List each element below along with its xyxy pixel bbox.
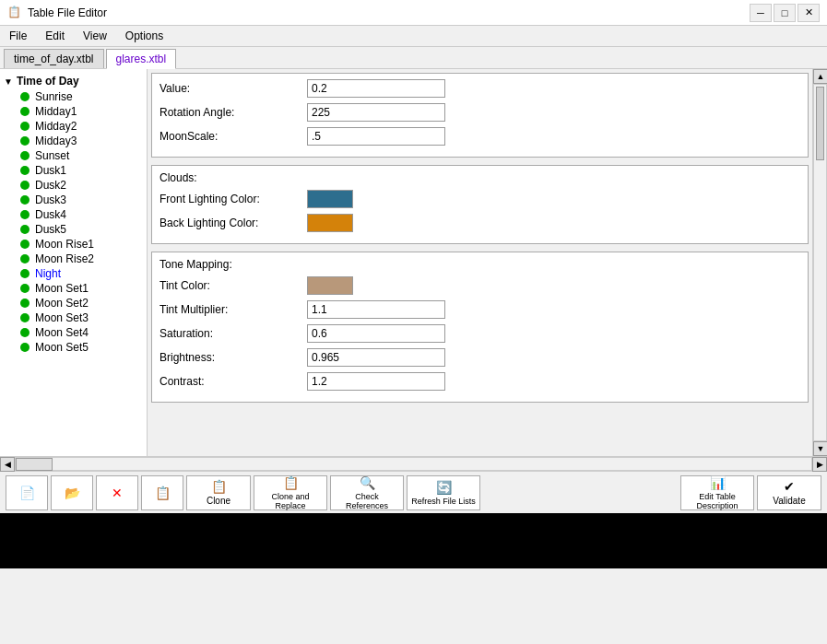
front-lighting-color[interactable] xyxy=(307,190,353,208)
scroll-up-button[interactable]: ▲ xyxy=(813,69,827,84)
menu-bar: File Edit View Options xyxy=(0,26,827,47)
scroll-right-button[interactable]: ▶ xyxy=(812,457,827,472)
moon-scale-row: MoonScale: xyxy=(159,127,800,146)
front-lighting-label: Front Lighting Color: xyxy=(159,193,307,205)
dot-icon xyxy=(20,195,30,205)
menu-options[interactable]: Options xyxy=(120,28,169,44)
check-refs-label: Check References xyxy=(333,492,401,510)
refresh-lists-button[interactable]: 🔄 Refresh File Lists xyxy=(407,475,480,510)
dot-icon xyxy=(20,107,30,116)
window-controls: ─ □ ✕ xyxy=(750,4,820,22)
new-button[interactable]: 📄 xyxy=(6,475,48,510)
sidebar-item-dusk1[interactable]: Dusk1 xyxy=(4,163,143,178)
sidebar-item-midday2[interactable]: Midday2 xyxy=(4,119,143,134)
copy-button[interactable]: 📋 xyxy=(141,475,183,510)
tab-time-of-day[interactable]: time_of_day.xtbl xyxy=(4,49,104,68)
menu-edit[interactable]: Edit xyxy=(40,28,70,44)
dot-icon xyxy=(20,240,30,249)
delete-button[interactable]: ✕ xyxy=(96,475,138,510)
scroll-down-button[interactable]: ▼ xyxy=(813,441,827,456)
sidebar-item-moonrise2[interactable]: Moon Rise2 xyxy=(4,252,143,266)
clone-replace-label: Clone and Replace xyxy=(256,492,325,510)
toolbar: 📄 📂 ✕ 📋 📋 Clone 📋 Clone and Replace 🔍 Ch… xyxy=(0,471,827,513)
dot-icon xyxy=(20,210,30,219)
menu-file[interactable]: File xyxy=(4,28,32,44)
brightness-row: Brightness: xyxy=(159,348,800,367)
contrast-label: Contrast: xyxy=(159,375,307,388)
tab-bar: time_of_day.xtbl glares.xtbl xyxy=(0,47,827,69)
moon-scale-input[interactable] xyxy=(307,127,445,146)
sidebar-item-dusk3[interactable]: Dusk3 xyxy=(4,193,143,207)
front-lighting-row: Front Lighting Color: xyxy=(159,190,800,208)
clone-label: Clone xyxy=(207,496,230,506)
sidebar-tree: ▼ Time of Day Sunrise Midday1 Midday2 Mi… xyxy=(0,69,148,456)
sidebar-item-midday1[interactable]: Midday1 xyxy=(4,104,143,119)
contrast-row: Contrast: xyxy=(159,372,800,391)
tab-glares[interactable]: glares.xtbl xyxy=(106,49,177,69)
sidebar-item-dusk4[interactable]: Dusk4 xyxy=(4,207,143,222)
sidebar-item-dusk2[interactable]: Dusk2 xyxy=(4,178,143,193)
maximize-button[interactable]: □ xyxy=(774,4,796,22)
rotation-angle-input[interactable] xyxy=(307,103,445,122)
sidebar-item-night[interactable]: Night xyxy=(4,266,143,281)
validate-icon: ✔ xyxy=(784,479,795,494)
brightness-input[interactable] xyxy=(307,348,445,367)
contrast-input[interactable] xyxy=(307,372,445,391)
value-input[interactable] xyxy=(307,79,445,98)
clone-replace-icon: 📋 xyxy=(283,475,299,490)
clone-button[interactable]: 📋 Clone xyxy=(186,475,251,510)
content-panel: Value: Rotation Angle: MoonScale: Clouds… xyxy=(148,69,812,456)
back-lighting-label: Back Lighting Color: xyxy=(159,217,307,229)
delete-icon: ✕ xyxy=(112,486,123,500)
scroll-left-button[interactable]: ◀ xyxy=(0,457,15,472)
sidebar-item-moonset3[interactable]: Moon Set3 xyxy=(4,310,143,325)
tint-multiplier-input[interactable] xyxy=(307,300,445,319)
copy-icon: 📋 xyxy=(155,486,171,500)
vertical-scrollbar[interactable]: ▲ ▼ xyxy=(812,69,827,456)
edit-table-button[interactable]: 📊 Edit Table Description xyxy=(680,475,754,510)
window-title: Table File Editor xyxy=(28,6,107,19)
close-button[interactable]: ✕ xyxy=(797,4,820,22)
dot-icon xyxy=(20,136,30,146)
dot-icon xyxy=(20,269,30,278)
saturation-label: Saturation: xyxy=(159,327,307,340)
refresh-icon: 🔄 xyxy=(436,480,452,495)
saturation-input[interactable] xyxy=(307,324,445,343)
brightness-label: Brightness: xyxy=(159,351,307,364)
validate-button[interactable]: ✔ Validate xyxy=(757,475,821,510)
dot-icon xyxy=(20,122,30,131)
sidebar-item-dusk5[interactable]: Dusk5 xyxy=(4,222,143,237)
saturation-row: Saturation: xyxy=(159,324,800,343)
dot-icon xyxy=(20,284,30,293)
horizontal-scrollbar[interactable]: ◀ ▶ xyxy=(0,456,827,471)
new-icon: 📄 xyxy=(19,486,35,500)
dot-icon xyxy=(20,225,30,234)
sidebar-item-moonrise1[interactable]: Moon Rise1 xyxy=(4,237,143,252)
dot-icon xyxy=(20,92,30,101)
tint-color-row: Tint Color: xyxy=(159,276,800,295)
h-scroll-thumb[interactable] xyxy=(16,458,53,471)
sidebar-item-sunrise[interactable]: Sunrise xyxy=(4,89,143,104)
minimize-button[interactable]: ─ xyxy=(750,4,772,22)
value-label: Value: xyxy=(159,82,307,95)
sidebar-item-moonset1[interactable]: Moon Set1 xyxy=(4,281,143,296)
clone-replace-button[interactable]: 📋 Clone and Replace xyxy=(254,475,327,510)
refresh-label: Refresh File Lists xyxy=(411,497,476,506)
menu-view[interactable]: View xyxy=(77,28,112,44)
sidebar-item-moonset4[interactable]: Moon Set4 xyxy=(4,325,143,340)
back-lighting-row: Back Lighting Color: xyxy=(159,214,800,232)
dot-icon xyxy=(20,151,30,160)
tint-color-picker[interactable] xyxy=(307,276,353,295)
check-refs-icon: 🔍 xyxy=(360,475,375,490)
open-button[interactable]: 📂 xyxy=(51,475,93,510)
sidebar-item-midday3[interactable]: Midday3 xyxy=(4,134,143,148)
check-references-button[interactable]: 🔍 Check References xyxy=(330,475,404,510)
open-icon: 📂 xyxy=(65,486,80,500)
sidebar-item-sunset[interactable]: Sunset xyxy=(4,148,143,163)
sidebar-item-moonset5[interactable]: Moon Set5 xyxy=(4,340,143,355)
dot-icon xyxy=(20,166,30,175)
tree-root[interactable]: ▼ Time of Day xyxy=(4,73,143,89)
back-lighting-color[interactable] xyxy=(307,214,353,232)
sidebar-item-moonset2[interactable]: Moon Set2 xyxy=(4,296,143,310)
dot-icon xyxy=(20,328,30,337)
